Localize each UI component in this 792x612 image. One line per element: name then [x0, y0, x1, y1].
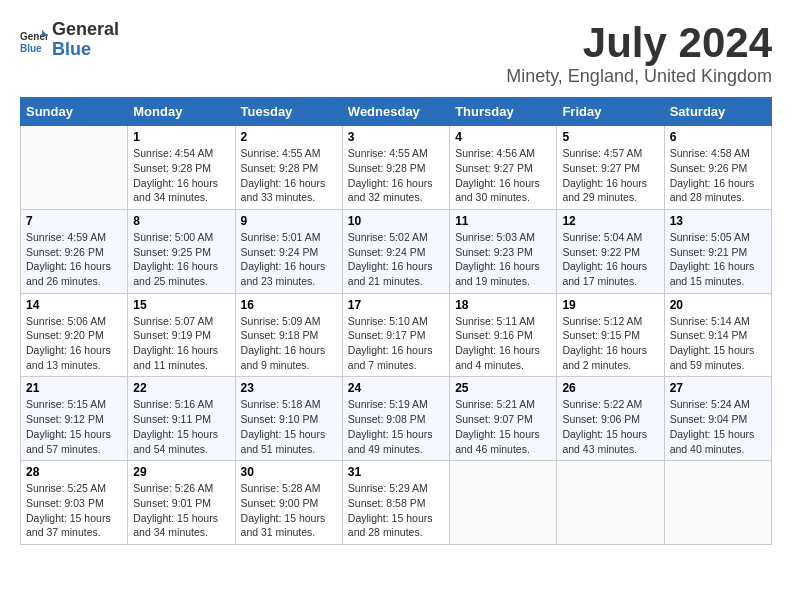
- day-number: 22: [133, 381, 229, 395]
- day-number: 13: [670, 214, 766, 228]
- day-number: 27: [670, 381, 766, 395]
- calendar-cell: 27Sunrise: 5:24 AMSunset: 9:04 PMDayligh…: [664, 377, 771, 461]
- day-info: Sunrise: 4:57 AMSunset: 9:27 PMDaylight:…: [562, 146, 658, 205]
- calendar-cell: 9Sunrise: 5:01 AMSunset: 9:24 PMDaylight…: [235, 209, 342, 293]
- day-info: Sunrise: 5:00 AMSunset: 9:25 PMDaylight:…: [133, 230, 229, 289]
- day-info: Sunrise: 5:05 AMSunset: 9:21 PMDaylight:…: [670, 230, 766, 289]
- logo-icon: General Blue: [20, 26, 48, 54]
- day-info: Sunrise: 5:22 AMSunset: 9:06 PMDaylight:…: [562, 397, 658, 456]
- calendar-week-row: 7Sunrise: 4:59 AMSunset: 9:26 PMDaylight…: [21, 209, 772, 293]
- day-number: 1: [133, 130, 229, 144]
- calendar-cell: 15Sunrise: 5:07 AMSunset: 9:19 PMDayligh…: [128, 293, 235, 377]
- calendar-cell: 8Sunrise: 5:00 AMSunset: 9:25 PMDaylight…: [128, 209, 235, 293]
- header-monday: Monday: [128, 98, 235, 126]
- calendar-cell: 20Sunrise: 5:14 AMSunset: 9:14 PMDayligh…: [664, 293, 771, 377]
- day-info: Sunrise: 5:11 AMSunset: 9:16 PMDaylight:…: [455, 314, 551, 373]
- day-number: 20: [670, 298, 766, 312]
- calendar-header-row: SundayMondayTuesdayWednesdayThursdayFrid…: [21, 98, 772, 126]
- day-info: Sunrise: 5:21 AMSunset: 9:07 PMDaylight:…: [455, 397, 551, 456]
- day-info: Sunrise: 5:09 AMSunset: 9:18 PMDaylight:…: [241, 314, 337, 373]
- day-number: 3: [348, 130, 444, 144]
- logo-blue: Blue: [52, 40, 119, 60]
- calendar-cell: 18Sunrise: 5:11 AMSunset: 9:16 PMDayligh…: [450, 293, 557, 377]
- day-info: Sunrise: 5:02 AMSunset: 9:24 PMDaylight:…: [348, 230, 444, 289]
- calendar-cell: 21Sunrise: 5:15 AMSunset: 9:12 PMDayligh…: [21, 377, 128, 461]
- calendar-week-row: 1Sunrise: 4:54 AMSunset: 9:28 PMDaylight…: [21, 126, 772, 210]
- header-friday: Friday: [557, 98, 664, 126]
- day-info: Sunrise: 5:28 AMSunset: 9:00 PMDaylight:…: [241, 481, 337, 540]
- day-info: Sunrise: 4:54 AMSunset: 9:28 PMDaylight:…: [133, 146, 229, 205]
- day-info: Sunrise: 5:10 AMSunset: 9:17 PMDaylight:…: [348, 314, 444, 373]
- day-number: 10: [348, 214, 444, 228]
- day-number: 18: [455, 298, 551, 312]
- day-number: 4: [455, 130, 551, 144]
- day-info: Sunrise: 4:59 AMSunset: 9:26 PMDaylight:…: [26, 230, 122, 289]
- logo: General Blue General Blue: [20, 20, 119, 60]
- day-info: Sunrise: 5:03 AMSunset: 9:23 PMDaylight:…: [455, 230, 551, 289]
- calendar-cell: 14Sunrise: 5:06 AMSunset: 9:20 PMDayligh…: [21, 293, 128, 377]
- day-number: 26: [562, 381, 658, 395]
- calendar-cell: 5Sunrise: 4:57 AMSunset: 9:27 PMDaylight…: [557, 126, 664, 210]
- day-number: 30: [241, 465, 337, 479]
- page-header: General Blue General Blue July 2024 Mine…: [20, 20, 772, 87]
- header-sunday: Sunday: [21, 98, 128, 126]
- calendar-cell: 25Sunrise: 5:21 AMSunset: 9:07 PMDayligh…: [450, 377, 557, 461]
- day-number: 15: [133, 298, 229, 312]
- day-info: Sunrise: 5:06 AMSunset: 9:20 PMDaylight:…: [26, 314, 122, 373]
- day-info: Sunrise: 5:04 AMSunset: 9:22 PMDaylight:…: [562, 230, 658, 289]
- calendar-cell: 13Sunrise: 5:05 AMSunset: 9:21 PMDayligh…: [664, 209, 771, 293]
- day-info: Sunrise: 4:55 AMSunset: 9:28 PMDaylight:…: [241, 146, 337, 205]
- day-number: 6: [670, 130, 766, 144]
- day-number: 16: [241, 298, 337, 312]
- location-title: Minety, England, United Kingdom: [506, 66, 772, 87]
- day-number: 12: [562, 214, 658, 228]
- day-number: 29: [133, 465, 229, 479]
- day-number: 28: [26, 465, 122, 479]
- day-info: Sunrise: 5:24 AMSunset: 9:04 PMDaylight:…: [670, 397, 766, 456]
- calendar-cell: [557, 461, 664, 545]
- calendar-cell: [450, 461, 557, 545]
- calendar-cell: 3Sunrise: 4:55 AMSunset: 9:28 PMDaylight…: [342, 126, 449, 210]
- header-wednesday: Wednesday: [342, 98, 449, 126]
- day-info: Sunrise: 4:58 AMSunset: 9:26 PMDaylight:…: [670, 146, 766, 205]
- calendar-table: SundayMondayTuesdayWednesdayThursdayFrid…: [20, 97, 772, 545]
- day-number: 24: [348, 381, 444, 395]
- calendar-cell: 6Sunrise: 4:58 AMSunset: 9:26 PMDaylight…: [664, 126, 771, 210]
- calendar-cell: 23Sunrise: 5:18 AMSunset: 9:10 PMDayligh…: [235, 377, 342, 461]
- calendar-week-row: 28Sunrise: 5:25 AMSunset: 9:03 PMDayligh…: [21, 461, 772, 545]
- calendar-cell: 19Sunrise: 5:12 AMSunset: 9:15 PMDayligh…: [557, 293, 664, 377]
- day-info: Sunrise: 5:29 AMSunset: 8:58 PMDaylight:…: [348, 481, 444, 540]
- calendar-cell: 10Sunrise: 5:02 AMSunset: 9:24 PMDayligh…: [342, 209, 449, 293]
- day-info: Sunrise: 5:16 AMSunset: 9:11 PMDaylight:…: [133, 397, 229, 456]
- calendar-week-row: 21Sunrise: 5:15 AMSunset: 9:12 PMDayligh…: [21, 377, 772, 461]
- day-number: 2: [241, 130, 337, 144]
- calendar-cell: 1Sunrise: 4:54 AMSunset: 9:28 PMDaylight…: [128, 126, 235, 210]
- calendar-cell: 24Sunrise: 5:19 AMSunset: 9:08 PMDayligh…: [342, 377, 449, 461]
- calendar-cell: 30Sunrise: 5:28 AMSunset: 9:00 PMDayligh…: [235, 461, 342, 545]
- day-number: 31: [348, 465, 444, 479]
- calendar-week-row: 14Sunrise: 5:06 AMSunset: 9:20 PMDayligh…: [21, 293, 772, 377]
- day-info: Sunrise: 5:12 AMSunset: 9:15 PMDaylight:…: [562, 314, 658, 373]
- calendar-cell: 12Sunrise: 5:04 AMSunset: 9:22 PMDayligh…: [557, 209, 664, 293]
- calendar-cell: [21, 126, 128, 210]
- calendar-cell: 31Sunrise: 5:29 AMSunset: 8:58 PMDayligh…: [342, 461, 449, 545]
- day-number: 14: [26, 298, 122, 312]
- logo-general: General: [52, 20, 119, 40]
- svg-text:Blue: Blue: [20, 43, 42, 54]
- day-info: Sunrise: 5:15 AMSunset: 9:12 PMDaylight:…: [26, 397, 122, 456]
- header-saturday: Saturday: [664, 98, 771, 126]
- day-number: 11: [455, 214, 551, 228]
- day-number: 5: [562, 130, 658, 144]
- day-number: 19: [562, 298, 658, 312]
- day-info: Sunrise: 4:55 AMSunset: 9:28 PMDaylight:…: [348, 146, 444, 205]
- calendar-cell: 11Sunrise: 5:03 AMSunset: 9:23 PMDayligh…: [450, 209, 557, 293]
- day-number: 21: [26, 381, 122, 395]
- day-info: Sunrise: 4:56 AMSunset: 9:27 PMDaylight:…: [455, 146, 551, 205]
- day-number: 8: [133, 214, 229, 228]
- day-info: Sunrise: 5:19 AMSunset: 9:08 PMDaylight:…: [348, 397, 444, 456]
- header-thursday: Thursday: [450, 98, 557, 126]
- day-info: Sunrise: 5:01 AMSunset: 9:24 PMDaylight:…: [241, 230, 337, 289]
- day-number: 9: [241, 214, 337, 228]
- day-info: Sunrise: 5:25 AMSunset: 9:03 PMDaylight:…: [26, 481, 122, 540]
- day-info: Sunrise: 5:26 AMSunset: 9:01 PMDaylight:…: [133, 481, 229, 540]
